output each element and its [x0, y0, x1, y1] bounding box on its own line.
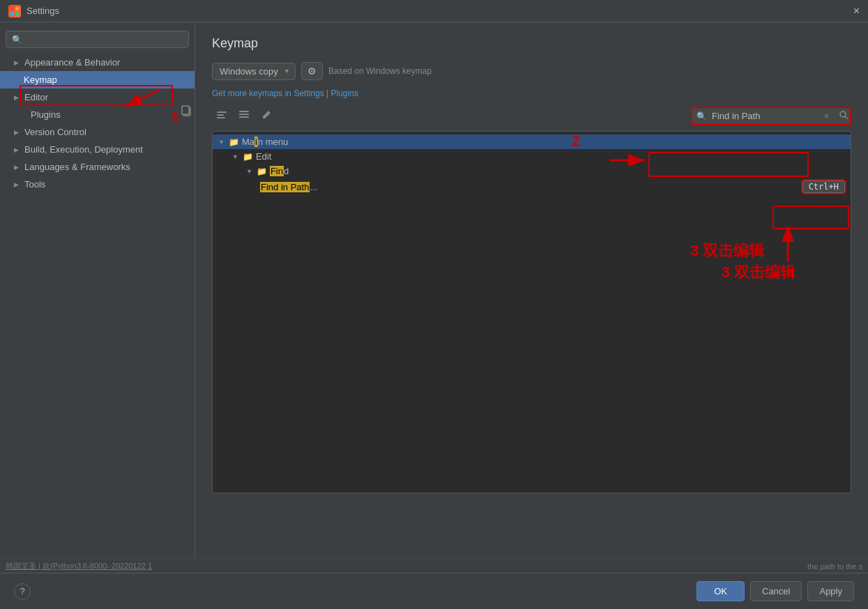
svg-rect-3: [15, 12, 19, 15]
based-on-label: Based on Windows keymap: [328, 66, 432, 76]
sidebar-item-version-control[interactable]: ▶ Version Control: [0, 123, 195, 141]
keymap-settings-button[interactable]: ⚙: [301, 62, 323, 80]
tree-chevron-icon: ▼: [246, 168, 252, 175]
status-bar: 韩国宝圣 | 欢(Python3.6-8000- 20220122 1 the …: [0, 559, 868, 573]
content-area: Keymap Windows copy ⚙ Based on Windows k…: [195, 22, 868, 573]
keymap-toolbar: Windows copy ⚙ Based on Windows keymap: [212, 62, 851, 80]
find-search-button[interactable]: [839, 110, 848, 122]
cancel-button[interactable]: Cancel: [750, 581, 802, 601]
keymap-select-wrapper[interactable]: Windows copy: [212, 63, 296, 80]
sidebar-search-box[interactable]: 🔍: [6, 31, 189, 48]
sidebar-item-languages[interactable]: ▶ Languages & Frameworks: [0, 158, 195, 176]
main-layout: 🔍 ▶ Appearance & Behavior Keymap ▶ Edito…: [0, 22, 868, 573]
bottom-bar: ? OK Cancel Apply: [0, 573, 868, 609]
svg-rect-8: [239, 114, 249, 115]
keymap-tree: ▼ 📁 Main menu ▼ 📁 Edit ▼ 📁 Find: [212, 131, 851, 493]
folder-icon: 📁: [229, 137, 239, 147]
status-left-text: 韩国宝圣 | 欢(Python3.6-8000- 20220122 1: [6, 561, 152, 571]
tree-row[interactable]: ▼ 📁 Main menu: [213, 134, 851, 149]
find-clear-button[interactable]: ×: [824, 111, 829, 121]
window-title: Settings: [26, 6, 59, 16]
chevron-right-icon: ▶: [14, 94, 19, 101]
chevron-right-icon: ▶: [14, 146, 19, 153]
svg-rect-4: [217, 111, 227, 113]
ok-button[interactable]: OK: [696, 581, 745, 601]
help-button[interactable]: ?: [14, 583, 31, 600]
find-search-wrapper: 🔍 ×: [691, 107, 851, 125]
tree-item-label: Find in Path...: [260, 182, 317, 192]
svg-rect-9: [239, 116, 249, 118]
tree-item-label: Edit: [256, 151, 271, 162]
tree-chevron-icon: ▼: [218, 139, 224, 146]
sidebar-item-label: Editor: [24, 92, 48, 102]
chevron-right-icon: ▶: [14, 129, 19, 136]
title-bar: Settings ×: [0, 0, 868, 22]
settings-plugins-link[interactable]: Get more keymaps in Settings | Plugins: [212, 88, 851, 98]
svg-rect-2: [10, 12, 14, 15]
tree-item-label: Find: [270, 166, 289, 176]
search-icon: 🔍: [12, 35, 22, 45]
sidebar-item-appearance[interactable]: ▶ Appearance & Behavior: [0, 54, 195, 71]
sidebar-item-label: Languages & Frameworks: [24, 162, 130, 172]
edit-button[interactable]: [257, 107, 276, 125]
expand-all-button[interactable]: [234, 107, 254, 125]
app-icon: [8, 5, 21, 17]
svg-point-10: [840, 111, 846, 117]
sidebar-item-label: Version Control: [24, 127, 86, 137]
svg-rect-0: [10, 7, 14, 10]
sidebar-item-keymap[interactable]: Keymap: [0, 71, 195, 88]
tree-row[interactable]: ▼ 📁 Edit: [213, 149, 851, 164]
apply-button[interactable]: Apply: [807, 581, 854, 601]
sidebar-item-label: Build, Execution, Deployment: [24, 144, 143, 155]
shortcut-badge: Ctrl+H: [802, 180, 845, 193]
sidebar-item-label: Appearance & Behavior: [24, 57, 120, 68]
svg-rect-7: [239, 111, 249, 112]
chevron-right-icon: ▶: [14, 181, 19, 188]
sidebar-item-tools[interactable]: ▶ Tools: [0, 176, 195, 193]
sidebar-item-label: Tools: [24, 179, 45, 190]
tree-item-label: Main menu: [242, 137, 288, 147]
sidebar-search-input[interactable]: [25, 34, 183, 45]
chevron-right-icon: ▶: [14, 59, 19, 66]
close-button[interactable]: ×: [853, 5, 860, 17]
sidebar-item-plugins[interactable]: Plugins: [0, 106, 195, 123]
find-search-icon: 🔍: [696, 111, 707, 121]
svg-line-11: [845, 116, 848, 119]
folder-icon: 📁: [257, 167, 267, 176]
status-right-text: the path to the s: [807, 562, 862, 571]
svg-rect-6: [217, 117, 225, 118]
dialog-buttons: OK Cancel Apply: [696, 581, 854, 601]
annotation-label-3: 3 双击编辑: [722, 262, 795, 283]
sidebar-item-label: Keymap: [24, 75, 57, 85]
chevron-right-icon: ▶: [14, 164, 19, 171]
svg-rect-5: [217, 114, 224, 116]
collapse-all-button[interactable]: [212, 107, 231, 125]
keymap-select[interactable]: Windows copy: [212, 63, 296, 80]
tree-chevron-icon: ▼: [232, 153, 238, 160]
page-title: Keymap: [212, 36, 851, 51]
sidebar-item-label: Plugins: [31, 109, 61, 120]
tree-row[interactable]: ▼ 📁 Find: [213, 164, 851, 178]
svg-rect-1: [15, 7, 19, 10]
sidebar-item-editor[interactable]: ▶ Editor: [0, 88, 195, 106]
sidebar-item-build[interactable]: ▶ Build, Execution, Deployment: [0, 141, 195, 158]
folder-icon: 📁: [243, 152, 253, 162]
action-toolbar: 🔍 ×: [212, 107, 851, 125]
sidebar: 🔍 ▶ Appearance & Behavior Keymap ▶ Edito…: [0, 22, 195, 573]
tree-row-find-in-path[interactable]: Find in Path... Ctrl+H: [213, 178, 851, 195]
